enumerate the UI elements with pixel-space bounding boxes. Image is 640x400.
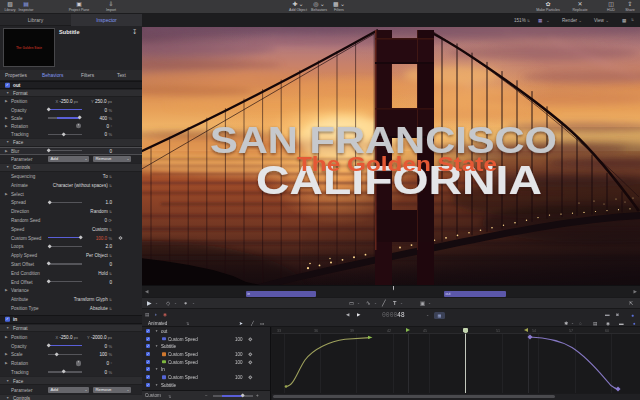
svg-text:The Golden State: The Golden State [297,153,497,175]
